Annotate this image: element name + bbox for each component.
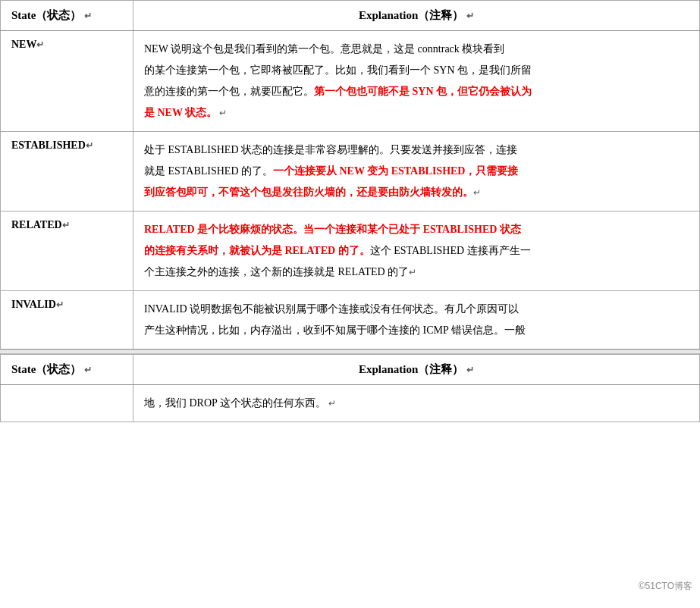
page-wrapper: State（状态） ↵ Explanation（注释） ↵ NEW↵ NEW 说…: [0, 0, 700, 608]
row-new: NEW↵ NEW 说明这个包是我们看到的第一个包。意思就是，这是 conntra…: [1, 31, 700, 132]
explanation-related: RELATED 是个比较麻烦的状态。当一个连接和某个已处于 ESTABLISHE…: [133, 212, 700, 291]
header-explanation-1: Explanation（注释） ↵: [133, 1, 700, 31]
explanation-continuation: 地，我们 DROP 这个状态的任何东西。 ↵: [133, 385, 700, 422]
state-related: RELATED↵: [1, 212, 133, 291]
table1-header-row: State（状态） ↵ Explanation（注释） ↵: [1, 1, 700, 31]
table2-header-row: State（状态） ↵ Explanation（注释） ↵: [1, 355, 700, 385]
state-continuation: [1, 385, 133, 422]
row-invalid: INVALID↵ INVALID 说明数据包不能被识别属于哪个连接或没有任何状态…: [1, 291, 700, 349]
header-state-1: State（状态） ↵: [1, 1, 133, 31]
explanation-new: NEW 说明这个包是我们看到的第一个包。意思就是，这是 conntrack 模块…: [133, 31, 700, 132]
explanation-invalid: INVALID 说明数据包不能被识别属于哪个连接或没有任何状态。有几个原因可以 …: [133, 291, 700, 349]
table2: State（状态） ↵ Explanation（注释） ↵ 地，我们 DROP …: [0, 354, 700, 422]
header-explanation-2: Explanation（注释） ↵: [133, 355, 700, 385]
watermark: ©51CTO博客: [639, 580, 692, 593]
state-new: NEW↵: [1, 31, 133, 132]
row-related: RELATED↵ RELATED 是个比较麻烦的状态。当一个连接和某个已处于 E…: [1, 212, 700, 291]
row-continuation: 地，我们 DROP 这个状态的任何东西。 ↵: [1, 385, 700, 422]
state-established: ESTABLISHED↵: [1, 132, 133, 212]
state-invalid: INVALID↵: [1, 291, 133, 349]
table1: State（状态） ↵ Explanation（注释） ↵ NEW↵ NEW 说…: [0, 0, 700, 349]
header-state-2: State（状态） ↵: [1, 355, 133, 385]
explanation-established: 处于 ESTABLISHED 状态的连接是非常容易理解的。只要发送并接到应答，连…: [133, 132, 700, 212]
row-established: ESTABLISHED↵ 处于 ESTABLISHED 状态的连接是非常容易理解…: [1, 132, 700, 212]
